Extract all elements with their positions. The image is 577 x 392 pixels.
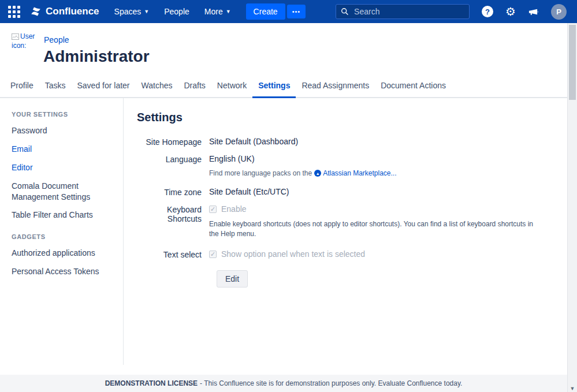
- tab-tasks[interactable]: Tasks: [39, 74, 72, 97]
- nav-more[interactable]: More ▼: [204, 7, 231, 16]
- help-icon[interactable]: ?: [482, 6, 493, 17]
- keyboard-shortcuts-description: Enable keyboard shortcuts (does not appl…: [209, 219, 535, 240]
- sidebar-item-email[interactable]: Email: [12, 144, 111, 155]
- keyboard-shortcuts-label: Keyboard Shortcuts: [137, 204, 209, 240]
- row-language: Language English (UK) Find more language…: [137, 154, 567, 177]
- row-text-select: Text select ✓ Show option panel when tex…: [137, 249, 567, 259]
- scrollbar-thumb[interactable]: [569, 25, 576, 100]
- tab-settings[interactable]: Settings: [252, 74, 296, 98]
- row-keyboard-shortcuts: Keyboard Shortcuts ✓ Enable Enable keybo…: [137, 204, 567, 240]
- profile-header: User icon: People Administrator: [0, 23, 567, 74]
- search-input[interactable]: [353, 6, 464, 17]
- tab-profile[interactable]: Profile: [5, 74, 39, 97]
- tab-saved-for-later[interactable]: Saved for later: [71, 74, 135, 97]
- marketplace-icon: ▲: [314, 170, 321, 177]
- language-note: Find more language packs on the ▲ Atlass…: [209, 169, 397, 177]
- chevron-down-icon: ▼: [226, 9, 231, 14]
- brand-name: Confluence: [46, 6, 99, 17]
- text-select-checkbox-label: Show option panel when text is selected: [221, 249, 365, 259]
- text-select-label: Text select: [137, 249, 209, 259]
- vertical-scrollbar[interactable]: ▼: [567, 23, 577, 392]
- user-profile-broken-image: User icon:: [12, 32, 38, 65]
- sidebar-heading-your-settings: YOUR SETTINGS: [12, 111, 111, 118]
- sidebar-item-table-filter-charts[interactable]: Table Filter and Charts: [12, 210, 111, 221]
- breadcrumb-people-link[interactable]: People: [44, 35, 69, 44]
- site-homepage-value: Site Default (Dashboard): [209, 137, 298, 147]
- app-switcher-icon[interactable]: [8, 6, 20, 18]
- license-footer-bold: DEMONSTRATION LICENSE: [105, 379, 198, 387]
- settings-sidebar: YOUR SETTINGS Password Email Editor Coma…: [0, 98, 124, 365]
- search-icon: [341, 8, 349, 16]
- create-button[interactable]: Create: [246, 3, 285, 20]
- top-navigation-bar: Confluence Spaces ▼ People More ▼ Create…: [0, 0, 577, 23]
- language-note-text: Find more language packs on the: [209, 169, 312, 177]
- edit-button[interactable]: Edit: [217, 270, 248, 288]
- tab-network[interactable]: Network: [211, 74, 252, 97]
- chevron-down-icon: ▼: [144, 9, 149, 14]
- tab-read-assignments[interactable]: Read Assignments: [296, 74, 375, 97]
- row-time-zone: Time zone Site Default (Etc/UTC): [137, 187, 567, 197]
- sidebar-item-comala-settings[interactable]: Comala Document Management Settings: [12, 181, 111, 203]
- tab-drafts[interactable]: Drafts: [178, 74, 211, 97]
- nav-icon-group: ? ⚙ P: [482, 4, 567, 20]
- user-avatar[interactable]: P: [551, 4, 567, 20]
- create-overflow-button[interactable]: •••: [287, 5, 306, 18]
- text-select-checkbox: ✓: [209, 251, 217, 258]
- tab-document-actions[interactable]: Document Actions: [375, 74, 452, 97]
- page-title: Administrator: [43, 47, 150, 66]
- tab-watches[interactable]: Watches: [136, 74, 178, 97]
- time-zone-value: Site Default (Etc/UTC): [209, 187, 289, 197]
- search-box[interactable]: [336, 4, 470, 19]
- confluence-logo-icon: [30, 6, 42, 17]
- time-zone-label: Time zone: [137, 187, 209, 197]
- sidebar-item-authorized-applications[interactable]: Authorized applications: [12, 248, 111, 259]
- sidebar-item-password[interactable]: Password: [12, 125, 111, 136]
- profile-tabs: Profile Tasks Saved for later Watches Dr…: [0, 74, 567, 98]
- license-footer-text: - This Confluence site is for demonstrat…: [200, 379, 462, 387]
- nav-spaces[interactable]: Spaces ▼: [114, 7, 150, 16]
- license-footer: DEMONSTRATION LICENSE - This Confluence …: [0, 375, 567, 392]
- site-homepage-label: Site Homepage: [137, 137, 209, 147]
- sidebar-heading-gadgets: GADGETS: [12, 233, 111, 240]
- settings-title: Settings: [137, 111, 567, 124]
- nav-people[interactable]: People: [164, 7, 189, 16]
- sidebar-item-editor[interactable]: Editor: [12, 162, 111, 173]
- row-site-homepage: Site Homepage Site Default (Dashboard): [137, 137, 567, 147]
- scrollbar-down-arrow[interactable]: ▼: [568, 386, 577, 391]
- language-label: Language: [137, 154, 209, 177]
- confluence-settings-page: Confluence Spaces ▼ People More ▼ Create…: [0, 0, 577, 392]
- gear-icon[interactable]: ⚙: [505, 6, 516, 17]
- language-value: English (UK): [209, 154, 397, 163]
- settings-content: Settings Site Homepage Site Default (Das…: [124, 98, 567, 288]
- megaphone-icon[interactable]: [528, 6, 539, 17]
- keyboard-shortcuts-checkbox-label: Enable: [221, 204, 247, 214]
- confluence-logo[interactable]: Confluence: [30, 6, 99, 17]
- marketplace-link[interactable]: ▲ Atlassian Marketplace...: [314, 169, 396, 177]
- keyboard-shortcuts-checkbox: ✓: [209, 206, 217, 213]
- sidebar-item-personal-access-tokens[interactable]: Personal Access Tokens: [12, 266, 111, 277]
